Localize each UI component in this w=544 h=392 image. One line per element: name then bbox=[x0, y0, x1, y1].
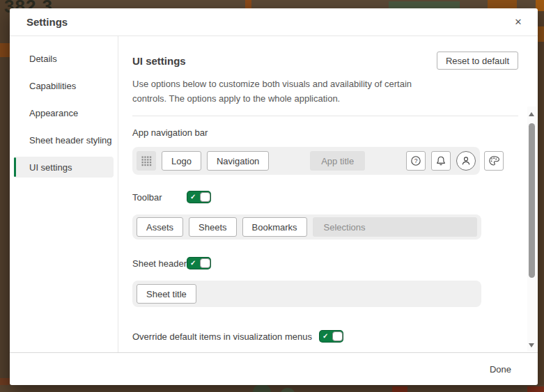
toggle-knob bbox=[332, 331, 343, 341]
sidebar-item-label: Details bbox=[29, 54, 57, 64]
check-icon: ✓ bbox=[322, 333, 328, 340]
panel-title: UI settings bbox=[132, 55, 186, 67]
bell-icon bbox=[435, 155, 446, 166]
sheet-header-label: Sheet header bbox=[132, 258, 187, 269]
panel-header: UI settings Reset to default bbox=[132, 52, 518, 70]
settings-sidebar: Details Capabilities Appearance Sheet he… bbox=[10, 36, 118, 352]
sidebar-item-label: UI settings bbox=[29, 162, 72, 173]
navigation-button[interactable]: Navigation bbox=[207, 151, 269, 171]
settings-dialog: Settings ✕ Details Capabilities Appearan… bbox=[10, 8, 538, 385]
dialog-footer: Done bbox=[10, 352, 538, 385]
dialog-header: Settings ✕ bbox=[10, 8, 538, 36]
person-icon bbox=[460, 155, 472, 166]
user-profile-button[interactable] bbox=[456, 151, 476, 171]
toggle-knob bbox=[200, 192, 210, 202]
selections-placeholder: Selections bbox=[313, 217, 477, 237]
scroll-up-icon[interactable] bbox=[529, 112, 534, 116]
active-indicator bbox=[14, 157, 16, 177]
ui-settings-panel: UI settings Reset to default Use options… bbox=[118, 36, 538, 352]
sidebar-item-label: Appearance bbox=[29, 108, 78, 118]
panel-description: Use options below to customize both visu… bbox=[132, 77, 435, 106]
close-icon: ✕ bbox=[515, 17, 522, 27]
sidebar-item-sheet-header-styling[interactable]: Sheet header styling bbox=[14, 130, 114, 150]
app-title-placeholder: App title bbox=[310, 151, 365, 171]
override-toggle-row: Override default items in visualization … bbox=[132, 330, 518, 343]
backdrop-left-orange-block bbox=[0, 43, 10, 57]
help-icon: ? bbox=[410, 155, 421, 166]
backdrop-bottom-red-block-1 bbox=[392, 386, 407, 392]
toolbar-preview-bar: Assets Sheets Bookmarks Selections bbox=[132, 214, 481, 240]
sidebar-item-appearance[interactable]: Appearance bbox=[14, 102, 114, 123]
sidebar-item-label: Capabilities bbox=[29, 81, 76, 91]
check-icon: ✓ bbox=[190, 260, 196, 267]
app-launcher-grid-icon[interactable] bbox=[137, 151, 156, 171]
scrollbar-thumb[interactable] bbox=[529, 123, 535, 278]
backdrop-top-orange-block bbox=[488, 0, 517, 8]
logo-button[interactable]: Logo bbox=[162, 151, 201, 171]
theme-picker-button[interactable] bbox=[484, 151, 504, 171]
sheet-header-preview-bar: Sheet title bbox=[132, 281, 481, 307]
override-toggle[interactable]: ✓ bbox=[319, 330, 343, 343]
toolbar-toggle[interactable]: ✓ bbox=[187, 191, 211, 203]
toolbar-toggle-row: Toolbar ✓ bbox=[132, 191, 518, 203]
svg-text:?: ? bbox=[414, 157, 418, 164]
sidebar-item-details[interactable]: Details bbox=[14, 48, 114, 69]
assets-button[interactable]: Assets bbox=[137, 217, 183, 237]
app-navigation-bar-label: App navigation bar bbox=[132, 127, 518, 138]
backdrop-bottom-strip bbox=[0, 385, 544, 392]
override-label: Override default items in visualization … bbox=[132, 331, 312, 342]
section-divider bbox=[132, 116, 518, 116]
reset-to-default-button[interactable]: Reset to default bbox=[437, 52, 518, 70]
sheet-title-button[interactable]: Sheet title bbox=[137, 284, 196, 304]
sidebar-item-capabilities[interactable]: Capabilities bbox=[14, 75, 114, 96]
dialog-title: Settings bbox=[26, 16, 68, 28]
toolbar-label: Toolbar bbox=[132, 192, 187, 203]
check-icon: ✓ bbox=[190, 194, 196, 201]
toggle-knob bbox=[200, 258, 210, 268]
sidebar-item-ui-settings[interactable]: UI settings bbox=[14, 157, 114, 178]
close-button[interactable]: ✕ bbox=[510, 14, 527, 31]
app-navigation-preview-row: Logo Navigation App title ? bbox=[132, 147, 504, 175]
backdrop-bottom-red-block-2 bbox=[527, 386, 544, 392]
backdrop-top-green-block bbox=[389, 1, 460, 8]
content-scrollbar[interactable] bbox=[527, 107, 536, 352]
dialog-body: Details Capabilities Appearance Sheet he… bbox=[10, 36, 538, 352]
backdrop-top-orange-bar bbox=[245, 0, 251, 8]
palette-icon bbox=[488, 155, 499, 166]
scroll-down-icon[interactable] bbox=[529, 343, 534, 347]
backdrop-left-strip bbox=[0, 0, 10, 392]
grid-icon bbox=[141, 156, 152, 166]
sheets-button[interactable]: Sheets bbox=[189, 217, 236, 237]
done-button[interactable]: Done bbox=[483, 360, 518, 379]
bookmarks-button[interactable]: Bookmarks bbox=[242, 217, 307, 237]
app-navigation-preview-bar: Logo Navigation App title ? bbox=[132, 147, 480, 175]
sheet-header-toggle-row: Sheet header ✓ bbox=[132, 257, 518, 269]
sheet-header-toggle[interactable]: ✓ bbox=[187, 257, 211, 269]
notifications-button[interactable] bbox=[431, 151, 451, 171]
help-button[interactable]: ? bbox=[406, 151, 426, 171]
sidebar-item-label: Sheet header styling bbox=[29, 135, 112, 146]
